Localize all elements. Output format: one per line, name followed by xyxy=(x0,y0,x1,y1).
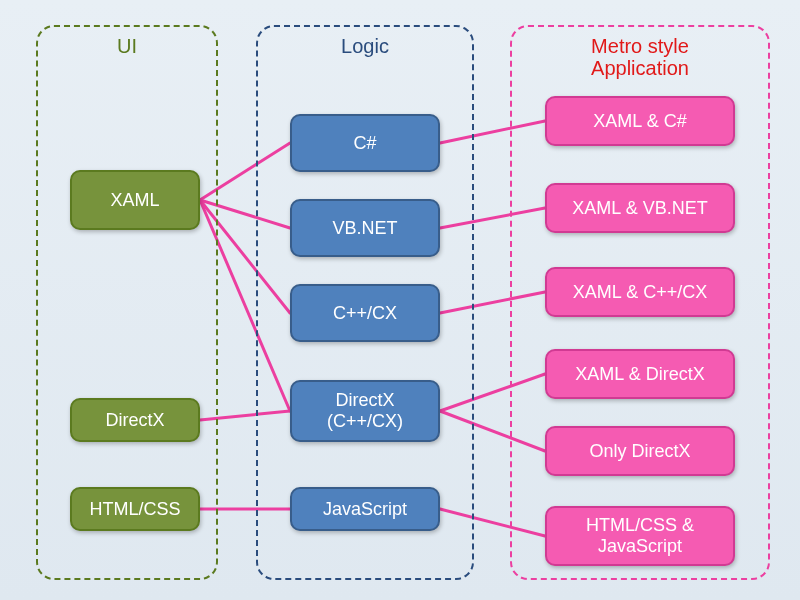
node-metro-xaml-directx: XAML & DirectX xyxy=(545,349,735,399)
column-logic-title: Logic xyxy=(258,35,472,58)
node-metro-xaml-csharp: XAML & C# xyxy=(545,96,735,146)
node-metro-xaml-vbnet: XAML & VB.NET xyxy=(545,183,735,233)
column-metro-title: Metro style Application xyxy=(512,35,768,79)
column-ui-title: UI xyxy=(38,35,216,58)
node-metro-htmlcss-js: HTML/CSS & JavaScript xyxy=(545,506,735,566)
diagram-canvas: UI Logic Metro style Application XAML Di… xyxy=(0,0,800,600)
node-metro-xaml-cppcx: XAML & C++/CX xyxy=(545,267,735,317)
node-metro-only-directx: Only DirectX xyxy=(545,426,735,476)
node-logic-directx: DirectX (C++/CX) xyxy=(290,380,440,442)
node-logic-cppcx: C++/CX xyxy=(290,284,440,342)
node-logic-csharp: C# xyxy=(290,114,440,172)
node-ui-htmlcss: HTML/CSS xyxy=(70,487,200,531)
node-ui-xaml: XAML xyxy=(70,170,200,230)
node-logic-javascript: JavaScript xyxy=(290,487,440,531)
node-logic-vbnet: VB.NET xyxy=(290,199,440,257)
node-ui-directx: DirectX xyxy=(70,398,200,442)
